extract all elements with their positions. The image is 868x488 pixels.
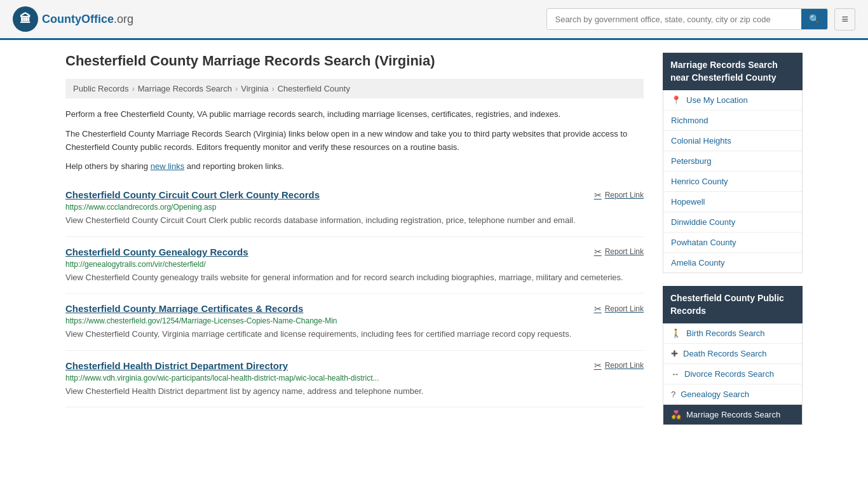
result-title-row: Chesterfield County Circuit Court Clerk … [65,189,644,200]
records-list-item: 🚶 Birth Records Search [663,323,802,344]
result-title-row: Chesterfield County Marriage Certificate… [65,303,644,314]
nearby-list-item: Colonial Heights [663,131,802,151]
nearby-link-label: Hopewell [671,197,705,207]
nearby-list-item: Hopewell [663,192,802,212]
records-link-label: Death Records Search [683,349,767,358]
records-link-label: Marriage Records Search [686,410,780,419]
report-label: Report Link [605,247,644,256]
result-url: https://www.ccclandrecords.org/Opening.a… [65,203,644,212]
nearby-link[interactable]: Colonial Heights [663,131,802,151]
records-link[interactable]: 🚶 Birth Records Search [663,323,802,343]
nearby-list: 📍Use My LocationRichmondColonial Heights… [663,90,803,273]
nearby-link-label: Henrico County [671,177,728,186]
nearby-link-label: Use My Location [686,95,748,105]
nearby-link-label: Amelia County [671,258,725,268]
result-desc: View Chesterfield County, Virginia marri… [65,328,644,341]
nearby-link[interactable]: Powhatan County [663,233,802,252]
breadcrumb-link-virginia[interactable]: Virginia [241,84,268,93]
header-right: 🔍 ≡ [546,8,855,30]
nearby-link[interactable]: Dinwiddie County [663,212,802,232]
result-desc: View Chesterfield County Circuit Court C… [65,214,644,227]
report-link[interactable]: ✂ Report Link [594,190,644,200]
result-url: https://www.chesterfield.gov/1254/Marria… [65,316,644,325]
report-label: Report Link [605,191,644,200]
result-item: Chesterfield County Marriage Certificate… [65,294,644,351]
result-title-link[interactable]: Chesterfield Health District Department … [65,360,288,371]
nearby-link-label: Powhatan County [671,238,736,247]
results-container: Chesterfield County Circuit Court Clerk … [65,180,644,407]
records-list-item: ? Genealogy Search [663,384,802,405]
record-icon: 🚶 [671,329,681,338]
main-container: Chesterfield County Marriage Records Sea… [53,40,815,451]
new-links-link[interactable]: new links [151,161,184,171]
nearby-link[interactable]: Petersburg [663,151,802,171]
content-area: Chesterfield County Marriage Records Sea… [65,53,644,438]
records-list-item: 💑 Marriage Records Search [663,405,802,424]
report-label: Report Link [605,361,644,370]
page-title: Chesterfield County Marriage Records Sea… [65,53,644,69]
nearby-link[interactable]: 📍Use My Location [663,90,802,110]
logo-text: CountyOffice.org [42,13,133,26]
records-link[interactable]: ✚ Death Records Search [663,344,802,363]
result-title-row: Chesterfield County Genealogy Records ✂ … [65,247,644,257]
records-link-label: Genealogy Search [681,390,749,399]
nearby-list-item: Powhatan County [663,233,802,253]
result-item: Chesterfield Health District Department … [65,351,644,408]
desc-para2: The Chesterfield County Marriage Records… [65,128,644,154]
breadcrumb-link-public-records[interactable]: Public Records [73,84,128,93]
logo-icon: 🏛 [13,6,38,32]
breadcrumb-link-marriage-records[interactable]: Marriage Records Search [138,84,232,93]
search-button[interactable]: 🔍 [801,9,827,29]
result-item: Chesterfield County Circuit Court Clerk … [65,180,644,237]
desc-para1: Perform a free Chesterfield County, VA p… [65,108,644,121]
nearby-list-item: Petersburg [663,151,802,172]
records-section: Chesterfield County Public Records 🚶 Bir… [663,286,803,425]
result-title-row: Chesterfield Health District Department … [65,360,644,371]
report-icon: ✂ [594,360,602,370]
records-list: 🚶 Birth Records Search ✚ Death Records S… [663,323,803,425]
result-url: http://genealogytrails.com/vir/chesterfi… [65,260,644,269]
records-link[interactable]: ↔ Divorce Records Search [663,364,802,384]
result-title-link[interactable]: Chesterfield County Circuit Court Clerk … [65,189,320,200]
result-url: http://www.vdh.virginia.gov/wic-particip… [65,374,644,383]
result-title-link[interactable]: Chesterfield County Genealogy Records [65,247,248,257]
record-icon: 💑 [671,410,681,419]
result-item: Chesterfield County Genealogy Records ✂ … [65,237,644,294]
nearby-list-item: Dinwiddie County [663,212,802,233]
nearby-link[interactable]: Henrico County [663,172,802,191]
record-icon: ✚ [671,349,678,358]
report-link[interactable]: ✂ Report Link [594,304,644,314]
nearby-list-item: Henrico County [663,172,802,192]
nearby-link[interactable]: Hopewell [663,192,802,212]
search-input[interactable] [547,10,801,29]
breadcrumb-current: Chesterfield County [278,84,350,93]
records-list-item: ✚ Death Records Search [663,344,802,364]
page-header: 🏛 CountyOffice.org 🔍 ≡ [0,0,868,40]
breadcrumb: Public Records › Marriage Records Search… [65,79,644,98]
nearby-link-label: Colonial Heights [671,136,731,146]
report-icon: ✂ [594,304,602,314]
records-link[interactable]: ? Genealogy Search [663,384,802,404]
nearby-header: Marriage Records Search near Chesterfiel… [663,53,803,90]
nearby-link-label: Petersburg [671,156,712,166]
record-icon: ↔ [671,369,679,379]
records-link-label: Birth Records Search [686,329,765,338]
nearby-link-label: Dinwiddie County [671,217,735,227]
menu-button[interactable]: ≡ [834,8,855,30]
nearby-link[interactable]: Richmond [663,111,802,130]
result-desc: View Chesterfield Health District depart… [65,385,644,398]
report-icon: ✂ [594,190,602,200]
report-link[interactable]: ✂ Report Link [594,360,644,370]
records-link[interactable]: 💑 Marriage Records Search [663,405,802,424]
result-desc: View Chesterfield County genealogy trail… [65,271,644,284]
sidebar: Marriage Records Search near Chesterfiel… [663,53,803,438]
report-icon: ✂ [594,247,602,257]
desc-para3: Help others by sharing new links and rep… [65,160,644,173]
records-link-label: Divorce Records Search [684,369,774,379]
records-header: Chesterfield County Public Records [663,286,803,323]
nearby-link[interactable]: Amelia County [663,253,802,273]
result-title-link[interactable]: Chesterfield County Marriage Certificate… [65,303,303,314]
nearby-section: Marriage Records Search near Chesterfiel… [663,53,803,273]
records-list-item: ↔ Divorce Records Search [663,364,802,384]
report-link[interactable]: ✂ Report Link [594,247,644,257]
